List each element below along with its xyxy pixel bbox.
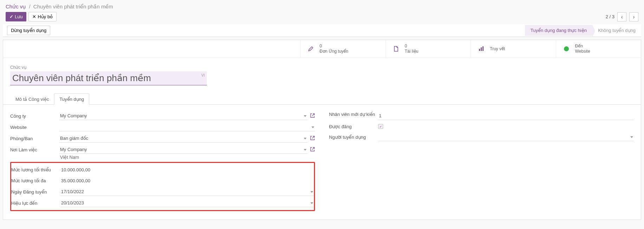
document-icon bbox=[393, 46, 399, 52]
expected-field: Nhân viên mới dự kiến bbox=[329, 110, 634, 122]
stat-doc-label: Tài liệu bbox=[405, 49, 419, 54]
tab-description[interactable]: Mô tả Công việc bbox=[10, 93, 54, 105]
highlight-box: Mức lương tối thiểu Mức lương tối đa Ngà… bbox=[10, 162, 315, 211]
pager-prev-button[interactable]: ‹ bbox=[617, 12, 626, 21]
chevron-right-icon: › bbox=[633, 14, 635, 20]
svg-rect-0 bbox=[479, 49, 480, 51]
department-field: Phòng/Ban bbox=[10, 133, 315, 144]
status-stage-inactive[interactable]: Không tuyển dụng bbox=[592, 25, 641, 36]
breadcrumb-current: Chuyên viên phát triển phần mềm bbox=[33, 4, 113, 9]
stat-website-label2: Website bbox=[575, 49, 590, 54]
status-stage-active[interactable]: Tuyển dụng đang thực hiện bbox=[525, 25, 592, 36]
stat-trace[interactable]: Truy vết bbox=[471, 40, 556, 58]
bar-chart-icon bbox=[478, 46, 484, 52]
published-checkbox[interactable]: ✓ bbox=[378, 124, 383, 129]
recruiter-field: Người tuyển dụng bbox=[329, 131, 634, 143]
close-icon: ✕ bbox=[32, 14, 36, 19]
stat-app-label: Đơn Ứng tuyển bbox=[320, 49, 348, 54]
company-input[interactable] bbox=[59, 112, 307, 120]
company-field: Công ty bbox=[10, 110, 315, 122]
svg-rect-1 bbox=[481, 47, 482, 51]
pager-next-button[interactable]: › bbox=[629, 12, 638, 21]
left-column: Công ty Website Phòng/Ban bbox=[10, 110, 315, 211]
recruiter-input[interactable] bbox=[378, 133, 634, 141]
job-title-input[interactable] bbox=[10, 71, 207, 85]
external-link-icon[interactable] bbox=[310, 147, 315, 153]
location-country: Việt Nam bbox=[10, 155, 315, 160]
stat-doc-count: 0 bbox=[405, 44, 419, 49]
stat-applications[interactable]: 0 Đơn Ứng tuyển bbox=[300, 40, 386, 58]
discard-label: Hủy bỏ bbox=[38, 14, 53, 19]
valid-to-input[interactable] bbox=[60, 199, 314, 207]
save-button[interactable]: ✓ Lưu bbox=[6, 12, 26, 21]
save-label: Lưu bbox=[15, 14, 22, 19]
stop-recruit-button[interactable]: Dừng tuyển dụng bbox=[7, 26, 50, 35]
max-salary-field: Mức lương tối đa bbox=[11, 175, 314, 186]
website-label: Website bbox=[10, 125, 59, 130]
published-field: Được đăng ✓ bbox=[329, 122, 634, 131]
pencil-icon bbox=[308, 46, 314, 52]
check-icon: ✓ bbox=[9, 14, 13, 19]
stat-website[interactable]: Đến Website bbox=[556, 40, 641, 58]
expected-label: Nhân viên mới dự kiến bbox=[329, 112, 378, 118]
title-label: Chức vụ bbox=[10, 65, 634, 70]
pager-text: 2 / 3 bbox=[606, 14, 615, 19]
lang-badge[interactable]: VI bbox=[202, 73, 205, 77]
title-area: Chức vụ VI bbox=[3, 58, 641, 88]
company-label: Công ty bbox=[10, 113, 59, 119]
post-date-field: Ngày Đăng tuyển bbox=[11, 186, 314, 197]
form-body: Công ty Website Phòng/Ban bbox=[3, 105, 641, 220]
min-salary-label: Mức lương tối thiểu bbox=[11, 167, 60, 172]
max-salary-input[interactable] bbox=[60, 177, 314, 185]
check-icon: ✓ bbox=[379, 125, 382, 129]
globe-icon bbox=[563, 46, 570, 52]
website-input[interactable] bbox=[59, 123, 315, 131]
valid-to-field: Hiệu lực đến bbox=[11, 197, 314, 209]
tab-recruitment[interactable]: Tuyển dụng bbox=[54, 93, 89, 105]
location-input[interactable] bbox=[59, 145, 307, 154]
location-label: Nơi Làm việc bbox=[10, 147, 59, 152]
status-bar: Dừng tuyển dụng Tuyển dụng đang thực hiệ… bbox=[3, 24, 641, 37]
min-salary-field: Mức lương tối thiểu bbox=[11, 164, 314, 175]
location-field: Nơi Làm việc bbox=[10, 144, 315, 155]
breadcrumb-root[interactable]: Chức vụ bbox=[6, 4, 26, 9]
post-date-input[interactable] bbox=[60, 188, 314, 196]
stat-row: 0 Đơn Ứng tuyển 0 Tài liệu Truy vết bbox=[3, 40, 641, 58]
toolbar: ✓ Lưu ✕ Hủy bỏ 2 / 3 ‹ › bbox=[0, 12, 644, 24]
valid-to-label: Hiệu lực đến bbox=[11, 201, 60, 206]
min-salary-input[interactable] bbox=[60, 166, 314, 174]
department-input[interactable] bbox=[59, 134, 307, 143]
recruiter-label: Người tuyển dụng bbox=[329, 135, 378, 140]
published-label: Được đăng bbox=[329, 124, 378, 129]
tabs: Mô tả Công việc Tuyển dụng bbox=[3, 93, 641, 105]
breadcrumb: Chức vụ / Chuyên viên phát triển phần mề… bbox=[0, 0, 644, 12]
website-field: Website bbox=[10, 122, 315, 133]
stat-documents[interactable]: 0 Tài liệu bbox=[386, 40, 471, 58]
max-salary-label: Mức lương tối đa bbox=[11, 178, 60, 183]
department-label: Phòng/Ban bbox=[10, 136, 59, 141]
post-date-label: Ngày Đăng tuyển bbox=[11, 189, 60, 195]
pager: 2 / 3 ‹ › bbox=[606, 12, 638, 21]
svg-point-3 bbox=[564, 46, 569, 51]
stat-trace-label: Truy vết bbox=[490, 46, 505, 52]
stat-website-label1: Đến bbox=[575, 44, 590, 49]
external-link-icon[interactable] bbox=[310, 136, 315, 142]
form-sheet: 0 Đơn Ứng tuyển 0 Tài liệu Truy vết bbox=[3, 40, 641, 220]
stat-app-count: 0 bbox=[320, 44, 348, 49]
breadcrumb-sep: / bbox=[28, 4, 32, 9]
external-link-icon[interactable] bbox=[310, 113, 315, 119]
chevron-left-icon: ‹ bbox=[621, 14, 623, 20]
stat-spacer bbox=[3, 40, 300, 58]
discard-button[interactable]: ✕ Hủy bỏ bbox=[28, 12, 57, 21]
svg-rect-2 bbox=[482, 46, 484, 51]
right-column: Nhân viên mới dự kiến Được đăng ✓ Người … bbox=[329, 110, 634, 211]
expected-input[interactable] bbox=[378, 112, 634, 120]
